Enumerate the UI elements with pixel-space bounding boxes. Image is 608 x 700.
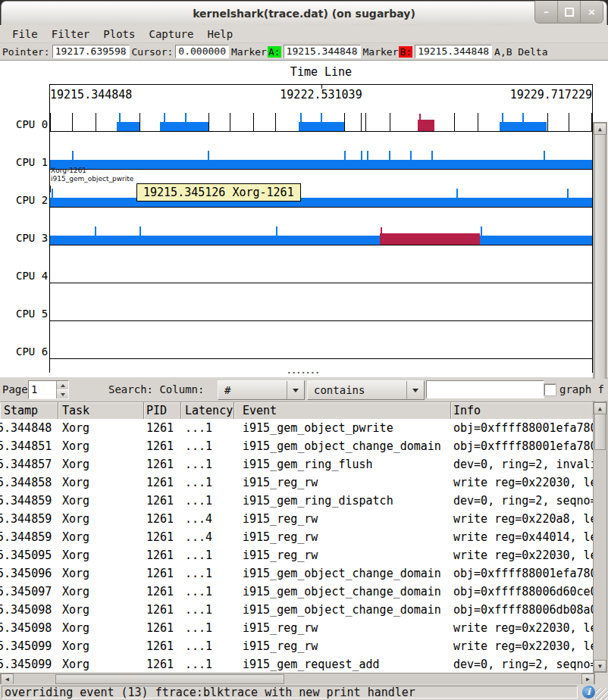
column-select[interactable]: # [218,380,305,400]
event-tick-blue[interactable] [367,151,368,169]
event-tick-blue[interactable] [522,113,524,131]
column-header-task[interactable]: Task [58,402,144,420]
graph-follows-checkbox[interactable] [544,384,556,395]
spin-up-button[interactable] [57,381,68,389]
event-tick-blue[interactable] [431,151,433,169]
table-row[interactable]: 5.344857Xorg1261...1i915_gem_ring_flushd… [0,455,594,473]
minimize-button[interactable]: – [535,1,557,23]
event-tick-blue[interactable] [456,189,458,207]
scroll-up-arrow-icon[interactable]: ▲ [594,402,606,414]
menu-item-file[interactable]: File [6,27,44,42]
column-header-event[interactable]: Event [234,402,451,420]
marker-b-badge[interactable]: B: [399,46,412,58]
table-row[interactable]: 5.344859Xorg1261...4i915_reg_rwwrite reg… [0,528,594,546]
event-tick-black[interactable] [230,113,230,131]
event-tick-blue[interactable] [276,227,277,245]
match-select[interactable]: contains [307,380,425,400]
table-vertical-scrollbar[interactable]: ▲ ▼ [593,402,607,673]
cpu-lane-1[interactable] [50,135,592,170]
event-tick-black[interactable] [139,113,140,131]
scroll-down-arrow-icon[interactable]: ▼ [594,660,606,672]
maximize-button[interactable] [557,1,580,23]
table-row[interactable]: 5.344859Xorg1261...1i915_gem_ring_dispat… [0,492,594,510]
resize-grip[interactable] [596,688,608,700]
cpu-lane-4[interactable] [50,248,592,283]
event-tick-black[interactable] [478,113,478,131]
event-bar-blue[interactable] [160,122,208,131]
event-tick-black[interactable] [275,113,276,131]
table-row[interactable]: 5.344859Xorg1261...4i915_reg_rwwrite reg… [0,510,594,528]
cpu-lane-3[interactable] [50,211,592,245]
search-input[interactable] [426,380,544,398]
event-tick-black[interactable] [365,113,366,131]
event-tick-black[interactable] [96,113,96,131]
event-tick-blue[interactable] [300,113,302,131]
event-tick-black[interactable] [72,113,73,131]
table-row[interactable]: 5.344851Xorg1261...1i915_gem_object_chan… [0,437,594,455]
table-row[interactable]: 5.345098Xorg1261...1i915_gem_object_chan… [0,601,594,619]
pane-splitter-handle[interactable]: ······· [287,368,320,378]
cpu-lane-5[interactable] [50,286,592,321]
event-tick-blue[interactable] [389,151,390,169]
event-tick-black[interactable] [547,113,548,131]
column-header-pid[interactable]: PID [144,402,181,420]
event-tick-black[interactable] [591,113,592,131]
event-tick-blue[interactable] [95,227,96,245]
event-tick-blue[interactable] [208,151,209,169]
menu-item-help[interactable]: Help [201,27,239,42]
table-scrollbar-thumb[interactable] [594,414,606,450]
table-row[interactable]: 5.345099Xorg1261...1i915_gem_request_add… [0,655,594,673]
table-row[interactable]: 5.345098Xorg1261...1i915_reg_rwwrite reg… [0,619,594,637]
event-tick-black[interactable] [344,113,345,131]
event-tick-blue[interactable] [502,113,503,131]
event-tick-blue[interactable] [481,227,482,245]
event-tick-blue[interactable] [361,151,362,169]
event-tick-blue[interactable] [185,113,186,131]
column-select-arrow[interactable] [287,381,304,399]
column-header-stamp[interactable]: Stamp [0,402,58,420]
event-tick-black[interactable] [361,113,362,131]
match-select-arrow[interactable] [406,381,424,399]
cpu-run-bar[interactable] [50,236,592,245]
menu-item-plots[interactable]: Plots [97,27,141,42]
horizontal-scrollbar-thumb[interactable] [55,674,284,684]
close-button[interactable]: × [580,1,603,23]
scroll-left-arrow-icon[interactable]: ◀ [1,673,14,685]
event-tick-blue[interactable] [164,113,165,131]
cpu-run-bar[interactable] [50,198,592,207]
event-tick-black[interactable] [253,113,254,131]
event-tick-blue[interactable] [52,189,53,207]
event-tick-red[interactable] [419,114,421,131]
event-tick-black[interactable] [454,113,455,131]
event-tick-red[interactable] [381,227,382,245]
scroll-right-arrow-icon[interactable]: ▶ [581,673,594,685]
menu-item-capture[interactable]: Capture [143,27,199,42]
event-tick-blue[interactable] [410,151,412,169]
table-row[interactable]: 5.345099Xorg1261...1i915_reg_rwwrite reg… [0,637,594,655]
table-row[interactable]: 5.345097Xorg1261...1i915_gem_object_chan… [0,583,594,601]
event-table[interactable]: 5.344848Xorg1261...1i915_gem_object_pwri… [0,419,594,673]
info-icon[interactable]: i [582,686,595,698]
event-tick-black[interactable] [208,113,209,131]
timeline-plot[interactable]: Time Line Xorg-1261 i915_gem_object_pwri… [50,61,592,377]
event-tick-blue[interactable] [321,113,322,131]
cpu-lane-0[interactable] [50,97,592,132]
event-tick-black[interactable] [50,113,51,131]
column-header-info[interactable]: Info [451,402,594,420]
event-tick-black[interactable] [390,113,390,131]
scroll-up-arrow-icon[interactable]: ▲ [594,123,606,135]
event-bar-red[interactable] [380,233,480,245]
table-row[interactable]: 5.344848Xorg1261...1i915_gem_object_pwri… [0,419,594,437]
menu-item-filter[interactable]: Filter [45,27,96,42]
marker-a-badge[interactable]: A: [268,46,281,58]
page-spinner[interactable]: 1 [28,380,69,399]
table-row[interactable]: 5.345095Xorg1261...1i915_reg_rwwrite reg… [0,546,594,564]
table-row[interactable]: 5.344858Xorg1261...1i915_reg_rwwrite reg… [0,473,594,492]
cpu-lane-6[interactable] [50,324,592,359]
event-tick-blue[interactable] [119,113,121,131]
event-tick-blue[interactable] [344,151,346,169]
event-tick-black[interactable] [569,113,569,131]
event-tick-blue[interactable] [567,189,569,207]
event-tick-blue[interactable] [544,151,545,169]
event-tick-blue[interactable] [139,227,141,245]
